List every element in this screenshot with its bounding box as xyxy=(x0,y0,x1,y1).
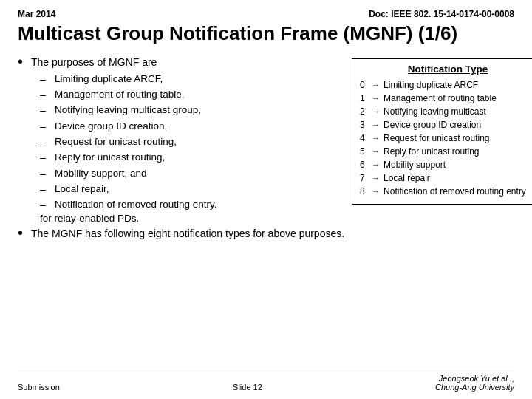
notif-item-7: 7 → Local repair xyxy=(360,171,532,185)
notif-num-8: 8 xyxy=(360,185,372,198)
sub-bullet-5: – Reply for unicast routing, xyxy=(40,150,344,165)
dash-0: – xyxy=(40,72,55,86)
header-right: Doc: IEEE 802. 15-14-0174-00-0008 xyxy=(369,9,514,19)
sub-bullet-1-text: Management of routing table, xyxy=(55,87,185,102)
arrow-7: → xyxy=(372,171,383,185)
arrow-6: → xyxy=(372,158,383,171)
notif-item-1: 1 → Management of routing table xyxy=(360,92,532,105)
main-content-row: • The purposes of MGNF are – Limiting du… xyxy=(18,55,514,242)
notif-label-3: Device group ID creation xyxy=(383,118,481,132)
notif-num-2: 2 xyxy=(360,105,372,118)
notif-num-1: 1 xyxy=(360,92,372,105)
slide-title: Multicast Group Notification Frame (MGNF… xyxy=(18,22,514,45)
dash-3: – xyxy=(40,119,55,134)
arrow-2: → xyxy=(372,105,383,118)
sub-bullet-4-text: Request for unicast routing, xyxy=(55,134,177,149)
sub-bullet-7-text: Local repair, xyxy=(55,182,109,197)
arrow-0: → xyxy=(372,78,383,92)
dash-6: – xyxy=(40,166,55,181)
sub-bullet-7: – Local repair, xyxy=(40,182,344,197)
notif-label-0: Limiting duplicate ARCF xyxy=(383,78,478,92)
notif-item-6: 6 → Mobility support xyxy=(360,158,532,171)
sub-bullet-8: – Notification of removed routing entry. xyxy=(40,197,344,212)
notif-item-8: 8 → Notification of removed routing entr… xyxy=(360,185,532,198)
left-column: • The purposes of MGNF are – Limiting du… xyxy=(18,55,344,242)
dash-2: – xyxy=(40,103,55,117)
arrow-3: → xyxy=(372,118,383,132)
dash-5: – xyxy=(40,150,55,165)
arrow-5: → xyxy=(372,145,383,158)
sub-bullets: – Limiting duplicate ARCF, – Management … xyxy=(40,72,344,213)
notif-label-2: Notifying leaving multicast xyxy=(383,105,486,118)
notif-item-3: 3 → Device group ID creation xyxy=(360,118,532,132)
notif-num-7: 7 xyxy=(360,171,372,185)
notif-num-6: 6 xyxy=(360,158,372,171)
notif-item-4: 4 → Request for unicast routing xyxy=(360,132,532,145)
sub-bullet-6: – Mobility support, and xyxy=(40,166,344,181)
arrow-4: → xyxy=(372,132,383,145)
bullet2-main: • The MGNF has following eight notificat… xyxy=(18,227,344,242)
sub-bullet-0: – Limiting duplicate ARCF, xyxy=(40,72,344,86)
footer-author-line1: Jeongseok Yu et al ., xyxy=(439,374,514,383)
notif-num-4: 4 xyxy=(360,132,372,145)
sub-bullet-0-text: Limiting duplicate ARCF, xyxy=(55,72,163,86)
notification-box: Notification Type 0 → Limiting duplicate… xyxy=(352,58,532,205)
notif-label-8: Notification of removed routing entry xyxy=(383,185,526,198)
notif-label-1: Management of routing table xyxy=(383,92,497,105)
sub-bullet-3-text: Device group ID creation, xyxy=(55,119,167,134)
bullet1-main: • The purposes of MGNF are xyxy=(18,55,344,70)
notif-label-6: Mobility support xyxy=(383,158,446,171)
sub-bullet-6-text: Mobility support, and xyxy=(55,166,147,181)
notif-label-7: Local repair xyxy=(383,171,430,185)
dash-7: – xyxy=(40,182,55,197)
right-column: Notification Type 0 → Limiting duplicate… xyxy=(352,58,532,205)
footer: Submission Slide 12 Jeongseok Yu et al .… xyxy=(18,369,514,392)
footer-submission: Submission xyxy=(18,383,60,392)
sub-bullet-5-text: Reply for unicast routing, xyxy=(55,150,165,165)
footer-author: Jeongseok Yu et al ., Chung-Ang Universi… xyxy=(435,374,514,392)
sub-bullet-2-text: Notifying leaving multicast group, xyxy=(55,103,201,117)
notification-title: Notification Type xyxy=(360,64,532,75)
sub-bullet-4: – Request for unicast routing, xyxy=(40,134,344,149)
notif-num-0: 0 xyxy=(360,78,372,92)
sub-bullet-2: – Notifying leaving multicast group, xyxy=(40,103,344,117)
dash-1: – xyxy=(40,87,55,102)
sub-bullet-1: – Management of routing table, xyxy=(40,87,344,102)
notif-item-5: 5 → Reply for unicast routing xyxy=(360,145,532,158)
bullet-dot-1: • xyxy=(18,54,31,69)
notif-num-3: 3 xyxy=(360,118,372,132)
sub-bullet-3: – Device group ID creation, xyxy=(40,119,344,134)
extra-line: for relay-enabled PDs. xyxy=(40,213,344,224)
bullet1-text: The purposes of MGNF are xyxy=(31,55,157,70)
notif-item-2: 2 → Notifying leaving multicast xyxy=(360,105,532,118)
notif-label-4: Request for unicast routing xyxy=(383,132,489,145)
bullet2-text: The MGNF has following eight notificatio… xyxy=(31,227,344,242)
slide: Mar 2014 Doc: IEEE 802. 15-14-0174-00-00… xyxy=(0,0,532,399)
header: Mar 2014 Doc: IEEE 802. 15-14-0174-00-00… xyxy=(18,9,514,19)
dash-4: – xyxy=(40,134,55,149)
footer-slide-number: Slide 12 xyxy=(233,383,262,392)
dash-8: – xyxy=(40,197,55,212)
footer-author-line2: Chung-Ang University xyxy=(435,383,514,392)
bullet-dot-2: • xyxy=(18,225,31,240)
arrow-1: → xyxy=(372,92,383,105)
notif-num-5: 5 xyxy=(360,145,372,158)
header-left: Mar 2014 xyxy=(18,9,55,19)
notif-label-5: Reply for unicast routing xyxy=(383,145,479,158)
sub-bullet-8-text: Notification of removed routing entry. xyxy=(55,197,217,212)
slide-content: • The purposes of MGNF are – Limiting du… xyxy=(18,55,514,369)
arrow-8: → xyxy=(372,185,383,198)
notif-item-0: 0 → Limiting duplicate ARCF xyxy=(360,78,532,92)
